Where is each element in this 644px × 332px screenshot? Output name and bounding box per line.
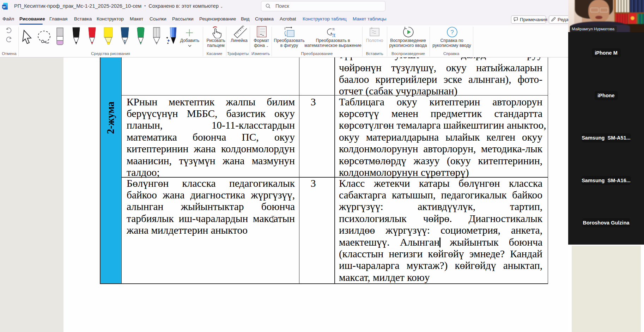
svg-text:W: W [2,5,6,9]
